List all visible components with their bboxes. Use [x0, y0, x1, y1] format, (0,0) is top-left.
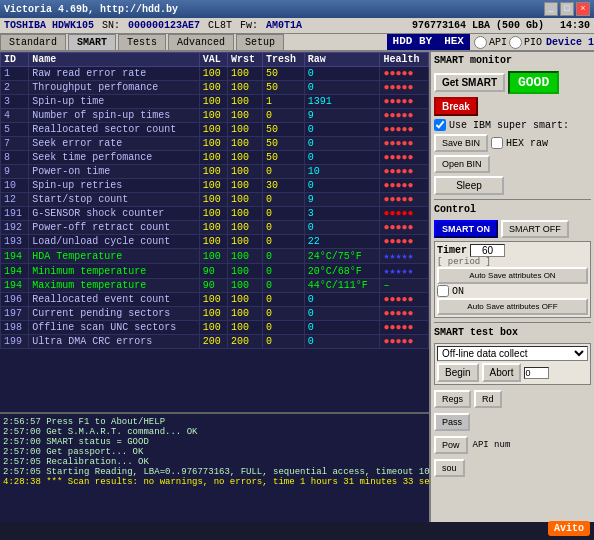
- table-row-raw: 0: [304, 293, 380, 307]
- abort-button[interactable]: Abort: [482, 363, 522, 382]
- hex-raw-checkbox[interactable]: [491, 137, 503, 149]
- tab-setup[interactable]: Setup: [236, 34, 284, 50]
- table-row-tresh: 0: [262, 109, 304, 123]
- table-row-tresh: 0: [262, 235, 304, 249]
- table-row-raw: 9: [304, 109, 380, 123]
- table-row-health: ●●●●●: [380, 293, 429, 307]
- table-row-name: Reallocated sector count: [29, 123, 200, 137]
- ibm-checkbox[interactable]: [434, 119, 446, 131]
- regs-button[interactable]: Regs: [434, 390, 471, 408]
- table-row-id: 198: [1, 321, 29, 335]
- table-row-val: 100: [199, 81, 227, 95]
- table-row-val: 100: [199, 235, 227, 249]
- pass-button[interactable]: Pass: [434, 413, 470, 431]
- hex-raw-label: HEX raw: [506, 138, 548, 149]
- col-health: Health: [380, 53, 429, 67]
- log-line: 2:56:57 Press F1 to About/HELP: [3, 417, 426, 427]
- table-row-tresh: 50: [262, 81, 304, 95]
- open-bin-row: Open BIN: [434, 155, 591, 173]
- table-row-health: ●●●●●: [380, 335, 429, 349]
- get-smart-button[interactable]: Get SMART: [434, 73, 505, 92]
- open-bin-button[interactable]: Open BIN: [434, 155, 490, 173]
- bin-row: Save BIN HEX raw: [434, 134, 591, 152]
- table-row-tresh: 0: [262, 307, 304, 321]
- col-tresh: Tresh: [262, 53, 304, 67]
- table-row-name: Start/stop count: [29, 193, 200, 207]
- table-row-raw: 1391: [304, 95, 380, 109]
- table-row-id: 194: [1, 264, 29, 279]
- table-row-val: 100: [199, 95, 227, 109]
- table-row-id: 196: [1, 293, 29, 307]
- rd-button[interactable]: Rd: [474, 390, 502, 408]
- break-button[interactable]: Break: [434, 97, 478, 116]
- cl8t: CL8T: [208, 20, 232, 31]
- auto-save-on-button[interactable]: Auto Save attributes ON: [437, 267, 588, 284]
- table-row-raw: 24°C/75°F: [304, 249, 380, 264]
- api-label: API: [489, 37, 507, 48]
- table-row-val: 100: [199, 179, 227, 193]
- table-row-wrst: 200: [227, 335, 262, 349]
- table-row-wrst: 100: [227, 264, 262, 279]
- api-radio[interactable]: [474, 36, 487, 49]
- table-row-health: ●●●●●: [380, 67, 429, 81]
- clock: 14:30: [560, 20, 590, 31]
- table-row-name: Power-on time: [29, 165, 200, 179]
- log-area: 2:56:57 Press F1 to About/HELP2:57:00 Ge…: [0, 412, 429, 522]
- tab-standard[interactable]: Standard: [0, 34, 66, 50]
- tab-tests[interactable]: Tests: [118, 34, 166, 50]
- table-row-name: Current pending sectors: [29, 307, 200, 321]
- smart-monitor-row: Get SMART GOOD: [434, 71, 591, 94]
- table-row-wrst: 100: [227, 221, 262, 235]
- table-row-health: ●●●●●: [380, 193, 429, 207]
- timer-input[interactable]: [470, 244, 505, 257]
- table-row-wrst: 100: [227, 321, 262, 335]
- table-row-tresh: 0: [262, 249, 304, 264]
- smart-monitor-label: SMART monitor: [434, 55, 591, 66]
- power-button[interactable]: Pow: [434, 436, 468, 454]
- table-row-wrst: 100: [227, 193, 262, 207]
- col-wrst: Wrst: [227, 53, 262, 67]
- smart-on-button[interactable]: SMART ON: [434, 220, 498, 238]
- table-row-val: 200: [199, 335, 227, 349]
- table-row-val: 100: [199, 67, 227, 81]
- smart-off-button[interactable]: SMART OFF: [501, 220, 569, 238]
- test-type-select[interactable]: Off-line data collect: [437, 346, 588, 361]
- table-row-val: 90: [199, 264, 227, 279]
- source-button[interactable]: sou: [434, 459, 465, 477]
- control-label: Control: [434, 204, 591, 215]
- window-controls[interactable]: _ □ ×: [544, 2, 590, 16]
- begin-button[interactable]: Begin: [437, 363, 479, 382]
- sleep-button[interactable]: Sleep: [434, 176, 504, 195]
- auto-save-off-button[interactable]: Auto Save attributes OFF: [437, 298, 588, 315]
- table-row-health: ●●●●●: [380, 321, 429, 335]
- table-row-name: Load/unload cycle count: [29, 235, 200, 249]
- maximize-button[interactable]: □: [560, 2, 574, 16]
- smart-table-container[interactable]: ID Name VAL Wrst Tresh Raw Health 1 Raw …: [0, 52, 429, 412]
- table-row-raw: 20°C/68°F: [304, 264, 380, 279]
- test-box: Off-line data collect Begin Abort: [434, 343, 591, 385]
- save-bin-button[interactable]: Save BIN: [434, 134, 488, 152]
- table-row-name: Reallocated event count: [29, 293, 200, 307]
- col-val: VAL: [199, 53, 227, 67]
- pio-radio[interactable]: [509, 36, 522, 49]
- table-row-wrst: 100: [227, 151, 262, 165]
- table-row-wrst: 100: [227, 235, 262, 249]
- hex-button[interactable]: HEX: [438, 34, 470, 50]
- on-checkbox[interactable]: [437, 285, 449, 297]
- log-line: 4:28:38 *** Scan results: no warnings, n…: [3, 477, 426, 487]
- close-button[interactable]: ×: [576, 2, 590, 16]
- tab-smart[interactable]: SMART: [68, 34, 116, 50]
- tab-advanced[interactable]: Advanced: [168, 34, 234, 50]
- timer-label: Timer: [437, 245, 467, 256]
- table-row-health: ●●●●●: [380, 137, 429, 151]
- table-row-name: Minimum temperature: [29, 264, 200, 279]
- table-row-name: Spin-up retries: [29, 179, 200, 193]
- minimize-button[interactable]: _: [544, 2, 558, 16]
- table-row-tresh: 50: [262, 123, 304, 137]
- drive-sn: 000000123AE7: [128, 20, 200, 31]
- api-selector: API PIO Device 1: [474, 34, 594, 50]
- table-row-id: 192: [1, 221, 29, 235]
- test-number-input[interactable]: [524, 367, 549, 379]
- table-row-val: 100: [199, 123, 227, 137]
- smart-panel: ID Name VAL Wrst Tresh Raw Health 1 Raw …: [0, 52, 429, 522]
